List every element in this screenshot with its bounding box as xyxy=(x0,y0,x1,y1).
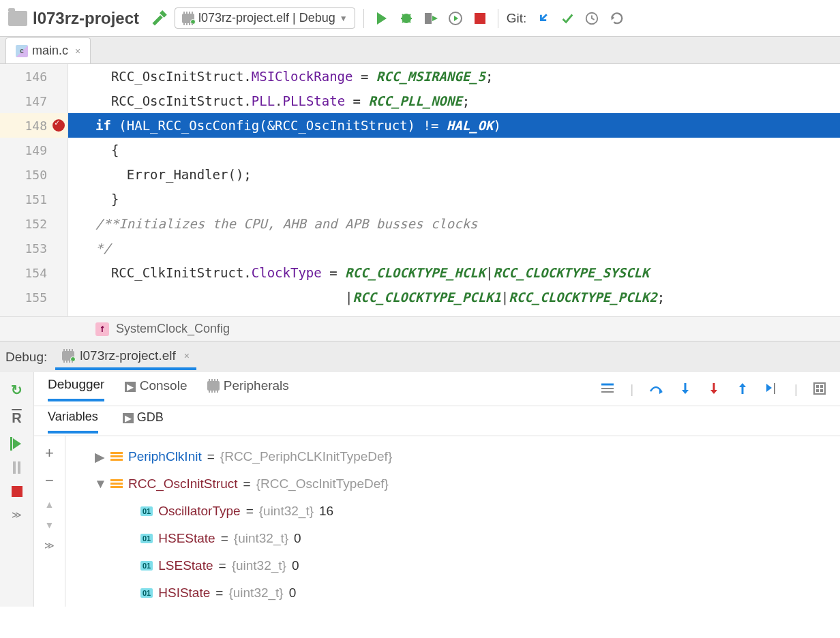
variable-row[interactable]: ▶PeriphClkInit = {RCC_PeriphCLKInitTypeD… xyxy=(70,443,840,470)
svg-rect-27 xyxy=(820,385,823,388)
pause-button[interactable] xyxy=(13,461,20,474)
run-config-dropdown[interactable]: l073rz-project.elf | Debug ▼ xyxy=(175,7,355,29)
evaluate-icon[interactable] xyxy=(813,382,826,395)
variable-value: 0 xyxy=(294,531,301,546)
resume-button[interactable] xyxy=(13,438,21,449)
debug-main: Debugger ▶ Console Peripherals | | Varia… xyxy=(34,372,840,607)
run-with-coverage-button[interactable] xyxy=(421,9,440,28)
debug-session-bar: Debug: l073rz-project.elf × xyxy=(0,341,840,372)
line-number[interactable]: 152 xyxy=(0,211,68,236)
svg-rect-26 xyxy=(816,385,819,388)
chip-icon xyxy=(182,14,194,23)
step-over-icon[interactable] xyxy=(648,382,663,395)
debug-sub-tabs: Variables ▶ GDB xyxy=(34,406,840,436)
variables-tree[interactable]: ▶PeriphClkInit = {RCC_PeriphCLKInitTypeD… xyxy=(65,436,840,607)
svg-marker-8 xyxy=(432,16,438,21)
breakpoint-icon[interactable] xyxy=(52,119,65,132)
debug-button[interactable] xyxy=(397,9,416,28)
line-gutter[interactable]: 146147148149150151152153154155 xyxy=(0,64,68,316)
git-commit-button[interactable] xyxy=(558,9,577,28)
run-to-cursor-icon[interactable] xyxy=(764,382,779,395)
stop-button[interactable] xyxy=(470,9,490,28)
code-line[interactable]: { xyxy=(68,138,840,162)
tab-console[interactable]: ▶ Console xyxy=(125,378,187,400)
code-line[interactable]: |RCC_CLOCKTYPE_PCLK1|RCC_CLOCKTYPE_PCLK2… xyxy=(68,285,840,309)
line-number[interactable]: 146 xyxy=(0,64,68,89)
variable-type: {uint32_t} xyxy=(259,504,314,519)
line-number[interactable]: 149 xyxy=(0,138,68,162)
git-pull-button[interactable] xyxy=(533,9,552,28)
tab-peripherals[interactable]: Peripherals xyxy=(207,378,288,400)
line-number[interactable]: 151 xyxy=(0,187,68,211)
code-line[interactable]: Error_Handler(); xyxy=(68,162,840,187)
down-icon[interactable]: ▼ xyxy=(45,519,55,530)
variable-type: {RCC_PeriphCLKInitTypeDef} xyxy=(220,449,392,464)
variable-row[interactable]: 01HSIState = {uint32_t} 0 xyxy=(70,579,840,607)
expand-icon[interactable]: ▶ xyxy=(94,449,105,465)
line-number[interactable]: 148 xyxy=(0,113,68,138)
svg-marker-23 xyxy=(766,384,772,392)
svg-marker-22 xyxy=(739,383,746,387)
code-area[interactable]: RCC_OscInitStruct.MSIClockRange = RCC_MS… xyxy=(68,64,840,316)
up-icon[interactable]: ▲ xyxy=(45,499,55,510)
variable-row[interactable]: ▼RCC_OscInitStruct = {RCC_OscInitTypeDef… xyxy=(70,470,840,498)
separator xyxy=(498,9,498,28)
tab-variables[interactable]: Variables xyxy=(48,410,98,434)
debug-panel: ↻ R ≫ Debugger ▶ Console Peripherals | | xyxy=(0,372,840,607)
code-line[interactable]: RCC_OscInitStruct.PLL.PLLState = RCC_PLL… xyxy=(68,89,840,113)
editor-tab-main-c[interactable]: c main.c × xyxy=(5,37,91,63)
stop-debug-button[interactable] xyxy=(12,486,22,497)
variable-type: {uint32_t} xyxy=(232,558,286,573)
svg-marker-10 xyxy=(454,16,458,21)
variable-name: HSEState xyxy=(158,531,215,546)
code-line[interactable]: /**Initializes the CPU, AHB and APB buss… xyxy=(68,211,840,236)
git-history-button[interactable] xyxy=(582,9,601,28)
variable-value: 0 xyxy=(289,586,297,601)
variable-name: PeriphClkInit xyxy=(128,449,202,464)
breadcrumb-function[interactable]: SystemClock_Config xyxy=(116,322,230,336)
step-out-icon[interactable] xyxy=(736,382,749,395)
variable-row[interactable]: 01HSEState = {uint32_t} 0 xyxy=(70,525,840,552)
tab-debugger[interactable]: Debugger xyxy=(48,377,104,401)
int-icon: 01 xyxy=(140,506,153,516)
debug-session-name: l073rz-project.elf xyxy=(80,348,175,363)
run-button[interactable] xyxy=(372,9,391,28)
force-step-into-icon[interactable] xyxy=(707,382,721,395)
editor-tab-bar: c main.c × xyxy=(0,37,840,64)
code-editor[interactable]: 146147148149150151152153154155 RCC_OscIn… xyxy=(0,64,840,316)
code-line[interactable]: RCC_ClkInitStruct.ClockType = RCC_CLOCKT… xyxy=(68,260,840,285)
code-line[interactable]: RCC_OscInitStruct.MSIClockRange = RCC_MS… xyxy=(68,64,840,89)
step-controls: | | xyxy=(600,382,826,397)
build-hammer-button[interactable] xyxy=(150,9,169,28)
profile-button[interactable] xyxy=(446,9,465,28)
main-toolbar: l073rz-project l073rz-project.elf | Debu… xyxy=(0,0,840,37)
debug-tool-tabs: Debugger ▶ Console Peripherals | | xyxy=(34,372,840,406)
line-number[interactable]: 147 xyxy=(0,89,68,113)
variable-row[interactable]: 01OscillatorType = {uint32_t} 16 xyxy=(70,498,840,525)
expand-icon[interactable]: ▼ xyxy=(94,476,105,491)
line-number[interactable]: 153 xyxy=(0,236,68,260)
more-icon[interactable]: ≫ xyxy=(12,509,22,520)
svg-rect-25 xyxy=(814,383,825,394)
close-session-icon[interactable]: × xyxy=(184,350,190,361)
more-icon[interactable]: ≫ xyxy=(44,540,55,551)
line-number[interactable]: 155 xyxy=(0,285,68,309)
show-frames-icon[interactable] xyxy=(600,382,615,394)
code-line[interactable]: */ xyxy=(68,236,840,260)
add-watch-icon[interactable]: + xyxy=(45,444,54,462)
run-config-label: l073rz-project.elf | Debug xyxy=(198,11,335,25)
remove-watch-icon[interactable]: − xyxy=(45,472,54,489)
step-into-icon[interactable] xyxy=(678,382,692,395)
reset-icon[interactable]: R xyxy=(12,410,21,426)
variable-row[interactable]: 01LSEState = {uint32_t} 0 xyxy=(70,552,840,579)
code-line[interactable]: } xyxy=(68,187,840,211)
code-line[interactable]: if (HAL_RCC_OscConfig(&RCC_OscInitStruct… xyxy=(68,113,840,138)
line-number[interactable]: 154 xyxy=(0,260,68,285)
line-number[interactable]: 150 xyxy=(0,162,68,187)
git-revert-button[interactable] xyxy=(607,9,626,28)
tab-gdb[interactable]: ▶ GDB xyxy=(123,410,164,431)
debug-session-tab[interactable]: l073rz-project.elf × xyxy=(55,344,196,370)
svg-marker-20 xyxy=(710,390,717,394)
close-tab-icon[interactable]: × xyxy=(75,46,80,57)
rerun-icon[interactable]: ↻ xyxy=(11,382,22,398)
